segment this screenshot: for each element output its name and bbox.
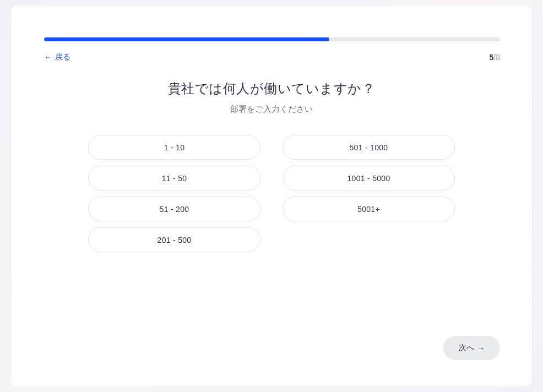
back-button[interactable]: ← 戻る bbox=[44, 52, 70, 62]
options-grid: 1 - 10 11 - 50 51 - 200 201 - 500 501 - … bbox=[88, 135, 455, 252]
option-501-1000[interactable]: 501 - 1000 bbox=[283, 135, 455, 160]
progress-bar-fill bbox=[44, 37, 329, 41]
option-5001-plus[interactable]: 5001+ bbox=[283, 197, 455, 221]
arrow-right-icon: → bbox=[477, 344, 485, 352]
step-indicator: 5/8 bbox=[490, 53, 500, 62]
progress-bar bbox=[44, 37, 500, 41]
option-201-500[interactable]: 201 - 500 bbox=[88, 227, 260, 252]
next-label: 次へ bbox=[459, 343, 474, 353]
wizard-card: ← 戻る 5/8 貴社では何人が働いていますか？ 部署をご入力ください 1 - … bbox=[11, 6, 532, 386]
content-area: 貴社では何人が働いていますか？ 部署をご入力ください bbox=[11, 80, 532, 115]
option-1001-5000[interactable]: 1001 - 5000 bbox=[283, 166, 455, 190]
header-row: ← 戻る 5/8 bbox=[44, 52, 500, 62]
question-subtitle: 部署をご入力ください bbox=[11, 104, 532, 115]
option-1-10[interactable]: 1 - 10 bbox=[88, 135, 260, 160]
back-label: 戻る bbox=[55, 52, 70, 62]
question-title: 貴社では何人が働いていますか？ bbox=[11, 80, 532, 97]
option-51-200[interactable]: 51 - 200 bbox=[88, 197, 260, 221]
next-button[interactable]: 次へ → bbox=[443, 336, 500, 360]
step-total: 8 bbox=[496, 53, 500, 62]
arrow-left-icon: ← bbox=[44, 53, 52, 62]
option-11-50[interactable]: 11 - 50 bbox=[88, 166, 260, 190]
